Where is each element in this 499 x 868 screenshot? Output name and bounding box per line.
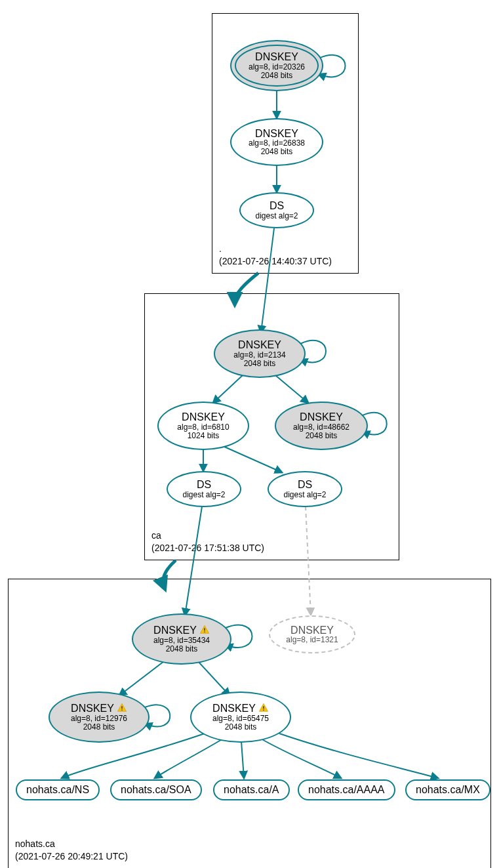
dnskey-ca-ksk2: DNSKEY alg=8, id=48662 2048 bits: [275, 402, 368, 450]
dnskey-nohats-zsk: DNSKEY alg=8, id=65475 2048 bits: [190, 692, 291, 743]
dnskey-ca-zsk: DNSKEY alg=8, id=6810 1024 bits: [157, 402, 249, 450]
ds-root: DS digest alg=2: [239, 192, 314, 228]
rr-a: nohats.ca/A: [213, 779, 290, 800]
rr-mx: nohats.ca/MX: [405, 779, 490, 800]
warning-icon: [117, 704, 127, 714]
dnskey-root-zsk: DNSKEY alg=8, id=26838 2048 bits: [230, 118, 323, 166]
dnskey-nohats-missing: DNSKEY alg=8, id=1321: [269, 615, 355, 653]
dnskey-nohats-key2: DNSKEY alg=8, id=12976 2048 bits: [49, 692, 150, 743]
dnskey-nohats-ksk: DNSKEY alg=8, id=35434 2048 bits: [132, 613, 231, 665]
warning-icon: [199, 626, 210, 636]
dnskey-ca-ksk: DNSKEY alg=8, id=2134 2048 bits: [214, 329, 306, 378]
warning-icon: [258, 704, 269, 714]
dnskey-root-ksk: DNSKEY alg=8, id=20326 2048 bits: [230, 40, 323, 91]
rr-aaaa: nohats.ca/AAAA: [298, 779, 395, 800]
rr-soa: nohats.ca/SOA: [110, 779, 202, 800]
ds-ca-1: DS digest alg=2: [167, 471, 241, 507]
zone-ca-label: ca (2021-07-26 17:51:38 UTC): [151, 529, 264, 554]
ds-ca-2: DS digest alg=2: [268, 471, 342, 507]
zone-nohats-label: nohats.ca (2021-07-26 20:49:21 UTC): [15, 838, 128, 863]
rr-ns: nohats.ca/NS: [16, 779, 100, 800]
zone-root-label: . (2021-07-26 14:40:37 UTC): [219, 243, 332, 268]
